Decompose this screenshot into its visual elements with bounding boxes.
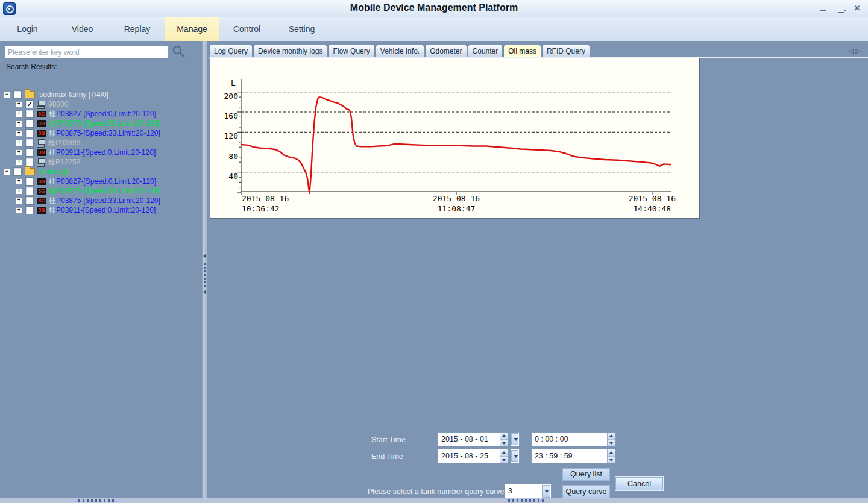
expand-icon[interactable]: + bbox=[16, 140, 22, 146]
tab-counter[interactable]: Counter bbox=[468, 45, 503, 57]
collapse-arrow-icon[interactable] bbox=[203, 254, 206, 258]
svg-text:80: 80 bbox=[228, 152, 238, 161]
expand-icon[interactable]: + bbox=[16, 178, 22, 185]
device-checkbox[interactable] bbox=[25, 148, 34, 157]
tree-group[interactable]: − sodimax-fanny [7/4/0] bbox=[0, 90, 200, 99]
tree-group[interactable]: − Online[4] bbox=[0, 167, 200, 177]
splitter-grip[interactable] bbox=[78, 499, 116, 502]
expand-icon[interactable]: + bbox=[16, 149, 22, 156]
cancel-button[interactable]: Cancel bbox=[615, 477, 663, 490]
device-checkbox[interactable] bbox=[25, 196, 34, 205]
terminal-icon bbox=[37, 101, 46, 108]
end-date-spinner[interactable] bbox=[500, 449, 508, 463]
nav-tab-control[interactable]: Control bbox=[219, 17, 274, 41]
restore-button[interactable] bbox=[837, 4, 846, 13]
device-checkbox[interactable] bbox=[25, 119, 34, 128]
nav-tab-replay[interactable]: Replay bbox=[110, 17, 165, 41]
3g-signal-icon: 3G bbox=[37, 188, 46, 195]
device-checkbox[interactable] bbox=[25, 187, 34, 195]
splitter-grip[interactable] bbox=[508, 499, 546, 502]
device-checkbox[interactable] bbox=[25, 158, 34, 166]
nav-tab-video[interactable]: Video bbox=[55, 17, 110, 41]
tree-device-row[interactable]: +3G桂P03827-[Speed:0,Limit:20-120] bbox=[0, 109, 200, 119]
query-curve-button[interactable]: Query curve bbox=[562, 485, 610, 498]
start-time-label: Start Time bbox=[371, 436, 406, 444]
3g-signal-icon: 3G bbox=[37, 149, 46, 156]
search-icon[interactable] bbox=[172, 45, 186, 59]
expand-icon[interactable]: + bbox=[16, 188, 22, 195]
start-date-spinner[interactable] bbox=[500, 433, 508, 446]
expand-icon[interactable]: + bbox=[16, 111, 22, 117]
collapse-arrow-icon[interactable] bbox=[203, 290, 206, 295]
tab-scroll-left-icon[interactable]: ◁ bbox=[848, 47, 855, 54]
tank-combo-dropdown[interactable] bbox=[541, 484, 551, 498]
device-checkbox[interactable] bbox=[25, 177, 34, 186]
group-checkbox[interactable] bbox=[13, 90, 22, 99]
device-checkbox[interactable] bbox=[25, 206, 34, 214]
svg-text:2015-08-16: 2015-08-16 bbox=[242, 194, 289, 203]
expand-icon[interactable]: + bbox=[16, 120, 22, 127]
start-clock-field[interactable]: 0 : 00 : 00 bbox=[531, 432, 616, 446]
group-checkbox[interactable] bbox=[13, 167, 22, 176]
device-label: 桂P03893 bbox=[48, 138, 80, 148]
tree-device-row[interactable]: +3G桂P03875-[Speed:33,Limit:20-120] bbox=[0, 196, 200, 205]
tab-flow-query[interactable]: Flow Query bbox=[328, 45, 374, 57]
nav-tab-manage[interactable]: Manage bbox=[165, 17, 219, 41]
close-button[interactable]: ✕ bbox=[852, 4, 862, 13]
tab-scroll-right-icon[interactable]: ▷ bbox=[856, 47, 863, 54]
tree-device-row[interactable]: +3G桂P03911-[Speed:0,Limit:20-120] bbox=[0, 205, 200, 215]
tab-oil-mass[interactable]: Oil mass bbox=[503, 45, 541, 57]
end-date-dropdown[interactable] bbox=[510, 449, 520, 463]
tab-vehicle-info-[interactable]: Vehicle Info. bbox=[376, 45, 424, 57]
tab-log-query[interactable]: Log Query bbox=[209, 45, 253, 57]
tree-device-row[interactable]: +3G桂P03911-[Speed:0,Limit:20-120] bbox=[0, 148, 200, 157]
bottom-splitter-bar[interactable] bbox=[0, 498, 868, 503]
device-label-prefix: 桂 bbox=[49, 148, 56, 157]
tree-device-row[interactable]: +3G桂P03873-[Speed:38,Limit:20-120] bbox=[0, 119, 200, 128]
expand-icon[interactable]: + bbox=[16, 159, 22, 166]
tree-device-row[interactable]: +桂P03893 bbox=[0, 138, 200, 148]
tab-scroll-arrows[interactable]: ◁▷ bbox=[848, 47, 863, 55]
end-clock-spinner[interactable] bbox=[607, 449, 615, 463]
start-date-field[interactable]: 2015 - 08 - 01 bbox=[438, 432, 509, 446]
expand-icon[interactable]: + bbox=[16, 101, 22, 108]
search-input[interactable] bbox=[5, 46, 169, 58]
device-checkbox[interactable] bbox=[25, 139, 34, 147]
tree-device-row[interactable]: +3G桂P03875-[Speed:33,Limit:20-120] bbox=[0, 128, 200, 138]
terminal-icon bbox=[37, 158, 46, 166]
end-time-label: End Time bbox=[371, 452, 403, 461]
minimize-button[interactable] bbox=[819, 4, 828, 13]
tree-device-row[interactable]: +桂P12252 bbox=[0, 157, 200, 167]
splitter-grip[interactable] bbox=[204, 263, 206, 287]
device-label-prefix: 桂 bbox=[49, 129, 56, 137]
device-label: 桂P03873-[Speed:38,Limit:20-120] bbox=[49, 186, 160, 196]
end-date-field[interactable]: 2015 - 08 - 25 bbox=[438, 449, 509, 463]
expand-icon[interactable]: + bbox=[16, 207, 22, 214]
end-clock-value: 23 : 59 : 59 bbox=[532, 449, 607, 463]
tab-device-monthly-logs[interactable]: Device monthly logs bbox=[253, 45, 327, 57]
device-checkbox[interactable] bbox=[25, 129, 34, 137]
start-date-dropdown[interactable] bbox=[510, 432, 520, 446]
tab-rfid-query[interactable]: RFID Query bbox=[542, 45, 590, 57]
device-label: 桂P03827-[Speed:0,Limit:20-120] bbox=[49, 177, 156, 187]
tree-device-row[interactable]: +✓98000 bbox=[0, 99, 200, 109]
nav-tab-setting[interactable]: Setting bbox=[274, 17, 329, 41]
terminal-screen bbox=[38, 139, 45, 145]
svg-text:14:40:48: 14:40:48 bbox=[634, 204, 671, 213]
tank-number-combobox[interactable]: 3 bbox=[505, 484, 552, 499]
nav-tab-login[interactable]: Login bbox=[0, 17, 55, 41]
start-date-value: 2015 - 08 - 01 bbox=[438, 433, 500, 446]
query-list-button[interactable]: Query list bbox=[562, 468, 610, 481]
expand-icon[interactable]: + bbox=[16, 130, 22, 137]
device-checkbox[interactable] bbox=[25, 110, 34, 118]
tree-device-row[interactable]: +3G桂P03827-[Speed:0,Limit:20-120] bbox=[0, 177, 200, 186]
tab-odometer[interactable]: Odometer bbox=[425, 45, 467, 57]
expand-icon[interactable]: + bbox=[16, 198, 22, 204]
start-clock-spinner[interactable] bbox=[607, 433, 615, 446]
search-results-label: Search Results: bbox=[6, 63, 57, 71]
device-tree: − sodimax-fanny [7/4/0]+✓98000+3G桂P03827… bbox=[0, 90, 200, 215]
3g-signal-icon: 3G bbox=[37, 198, 46, 204]
device-checkbox[interactable]: ✓ bbox=[25, 100, 34, 108]
tree-device-row[interactable]: +3G桂P03873-[Speed:38,Limit:20-120] bbox=[0, 186, 200, 196]
end-clock-field[interactable]: 23 : 59 : 59 bbox=[531, 449, 616, 463]
